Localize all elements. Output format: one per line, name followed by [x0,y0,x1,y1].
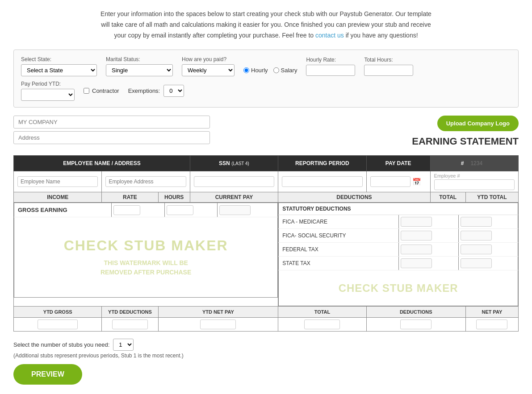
company-section: Upload Company Logo EARNING STATEMENT [13,116,519,151]
pay-period-field-group: Pay Period YTD: [21,81,75,101]
upload-logo-button[interactable]: Upload Company Logo [437,116,519,131]
total-hours-group: Total Hours: 40 [364,57,413,76]
ytd-gross-val-input[interactable]: 2000.00 [38,319,78,329]
watermark-main-left: CHECK STUB MAKER [64,237,228,254]
fica-ss-total-input[interactable]: 24.80 [401,231,432,241]
employee-name-input[interactable] [17,176,98,187]
intro-text-2: will take care of all math and calculati… [101,21,431,28]
watermark-left-row: CHECK STUB MAKER THIS WATERMARK WILL BE … [14,217,278,298]
intro-text-4: if you have any questions! [346,32,418,39]
contractor-checkbox[interactable] [84,88,89,94]
total-col-header: TOTAL [430,192,465,203]
current-pay-col-header: CURRENT PAY [190,192,278,203]
hash-input[interactable] [465,158,488,168]
salary-radio-label[interactable]: Salary [273,67,297,74]
fica-medicare-total-input[interactable]: 5.80 [401,217,432,227]
fica-medicare-ytd-cell: 29.00 [458,215,518,229]
federal-tax-total-cell: 44.50 [399,243,458,257]
salary-radio[interactable] [273,67,279,73]
fica-ss-ytd-cell: 124.00 [458,229,518,243]
gross-current-pay-input[interactable]: 400.00 [219,205,251,215]
statutory-header-row: STATUTORY DEDUCTIONS [279,203,518,215]
pay-period-select[interactable] [21,89,75,101]
state-tax-total-input[interactable]: 0.00 [401,258,432,268]
intro-text-1: Enter your information into the spaces b… [101,10,431,17]
fica-ss-row: FICA- SOCIAL SECURITY 24.80 124.00 [279,229,518,243]
col-hash: # [430,156,518,171]
fica-ss-label: FICA- SOCIAL SECURITY [279,229,399,243]
pay-date-input[interactable]: 09/29/2023 [370,176,411,187]
exemptions-select[interactable]: 0123 [163,85,184,97]
calendar-icon[interactable]: 📅 [412,178,421,186]
state-tax-ytd-input[interactable]: 0.00 [461,258,492,268]
settings-bar: Select State: Select a State AlabamaAlas… [13,50,519,108]
federal-tax-ytd-input[interactable]: 225.50 [461,245,492,254]
net-pay-val-input[interactable]: 324.90 [476,319,507,329]
state-select[interactable]: Select a State AlabamaAlaskaArizona Cali… [21,64,97,76]
marital-select[interactable]: SingleMarriedHead of Household [106,64,173,76]
stubs-count-select[interactable]: 12345 [113,339,134,351]
company-name-input[interactable] [13,116,210,129]
hourly-rate-label: Hourly Rate: [306,57,355,63]
fica-medicare-ytd-input[interactable]: 29.00 [461,217,492,227]
exemptions-label: Exemptions: [128,87,160,94]
stubs-select-row: Select the number of stubs you need: 123… [13,339,519,351]
employee-address-cell [102,171,190,192]
exemptions-group: Exemptions: 0123 [128,85,184,97]
gross-hours-input[interactable]: 40 [167,205,193,215]
pay-type-label: How are you paid? [182,56,235,62]
col-pay-date: PAY DATE [366,156,430,171]
employee-num-input[interactable] [434,179,515,190]
ytd-net-pay-val-input[interactable]: 1624.50 [200,319,236,329]
ytd-deductions-val-input[interactable]: 375.50 [112,319,148,329]
statutory-label: STATUTORY DEDUCTIONS [282,206,351,212]
ytd-gross-header: YTD GROSS [14,307,102,318]
pay-period-label: Pay Period YTD: [21,81,75,87]
marital-field-group: Marital Status: SingleMarriedHead of Hou… [106,56,173,76]
employee-address-input[interactable] [105,176,186,187]
hourly-radio[interactable] [243,67,249,73]
income-col-header: INCOME [14,192,102,203]
federal-tax-label: FEDERAL TAX [279,243,399,257]
total-hours-input[interactable]: 40 [364,65,413,76]
hourly-rate-input[interactable]: 10 [306,65,355,76]
total-val-cell: 400.00 [278,318,366,332]
deductions-header: DEDUCTIONS [366,307,465,318]
gross-rate-input[interactable]: 10 [113,205,140,215]
ytd-deductions-val-cell: 375.50 [102,318,158,332]
reporting-period-input[interactable]: 09/22/2023 - 09/28/2023 [282,176,362,187]
pay-type-select[interactable]: WeeklyBi-WeeklySemi-MonthlyMonthly [182,64,235,76]
bottom-section: Select the number of stubs you need: 123… [13,339,519,385]
total-val-input[interactable]: 400.00 [304,319,340,329]
stubs-label: Select the number of stubs you need: [13,341,109,348]
gross-current-pay-cell: 400.00 [217,203,277,217]
fica-medicare-label: FICA - MEDICARE [279,215,399,229]
deductions-col-header: DEDUCTIONS [278,192,430,203]
federal-tax-total-input[interactable]: 44.50 [401,245,432,254]
fica-medicare-total-cell: 5.80 [399,215,458,229]
ssn-input[interactable]: XXXX [194,176,274,187]
net-pay-val-cell: 324.90 [465,318,518,332]
company-address-input[interactable] [13,131,210,144]
total-hours-label: Total Hours: [364,57,413,63]
employee-info-row: XXXX 09/22/2023 - 09/28/2023 09/29/2023 … [14,171,519,192]
employee-num-label: Employee # [434,173,515,178]
contact-us-link[interactable]: contact us [315,32,344,39]
federal-tax-row: FEDERAL TAX 44.50 225.50 [279,243,518,257]
contractor-label[interactable]: Contractor [92,87,119,94]
intro-paragraph: Enter your information into the spaces b… [13,9,519,41]
col-employee-name-address: EMPLOYEE NAME / ADDRESS [14,156,190,171]
col-ssn: SSN (LAST 4) [190,156,278,171]
preview-button[interactable]: PREVIEW [13,364,82,385]
pay-method-radio-group: Hourly Salary [243,67,297,74]
state-tax-ytd-cell: 0.00 [458,257,518,270]
deductions-val-input[interactable]: 75.10 [400,319,431,329]
pay-date-cell: 09/29/2023 📅 [366,171,430,192]
fica-ss-ytd-input[interactable]: 124.00 [461,231,492,241]
hourly-radio-label[interactable]: Hourly [243,67,268,74]
watermark-right-row: CHECK STUB MAKER [279,270,518,306]
gross-hours-cell: 40 [164,203,217,217]
fica-ss-total-cell: 24.80 [399,229,458,243]
net-pay-header: NET PAY [465,307,518,318]
rate-col-header: RATE [102,192,158,203]
